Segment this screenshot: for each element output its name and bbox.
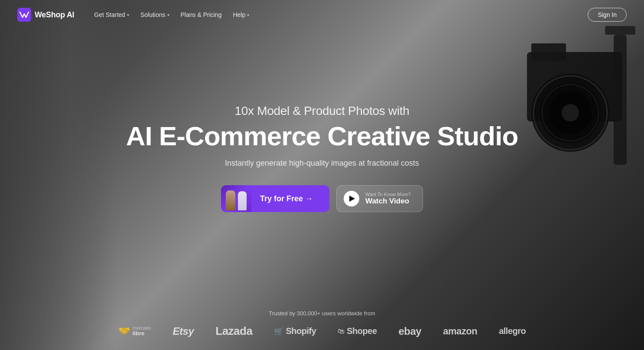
nav-plans-pricing[interactable]: Plans & Pricing	[176, 9, 226, 21]
play-icon	[344, 191, 359, 206]
hero-description: Instantly generate high-quality images a…	[225, 159, 419, 168]
want-to-know-text: Want To Know More?	[365, 192, 411, 197]
logo-icon	[17, 8, 31, 22]
cta-group: Try for Free → Want To Know More? Watch …	[221, 185, 423, 212]
brand-shopify: 🛒 Shopify	[274, 326, 316, 336]
logo[interactable]: WeShop AI	[17, 8, 74, 22]
model-thumbnail	[223, 186, 249, 211]
model-figure-1	[226, 190, 235, 210]
watch-video-label: Watch Video	[365, 197, 409, 206]
sign-in-button[interactable]: Sign In	[588, 8, 627, 22]
chevron-down-icon: ▾	[167, 13, 169, 17]
watch-video-button[interactable]: Want To Know More? Watch Video	[336, 185, 423, 212]
page-wrapper: WeShop AI Get Started ▾ Solutions ▾ Plan…	[0, 0, 644, 350]
play-triangle-icon	[349, 196, 355, 202]
trusted-text: Trusted by 300,000+ users worldwide from	[269, 310, 375, 317]
brand-etsy: Etsy	[173, 325, 194, 337]
brand-amazon: amazon	[443, 326, 477, 337]
brand-mercado-libre: 🤝 mercado libre	[118, 325, 151, 337]
nav-left: WeShop AI Get Started ▾ Solutions ▾ Plan…	[17, 8, 254, 22]
shopee-icon: 🛍	[338, 327, 345, 335]
navbar: WeShop AI Get Started ▾ Solutions ▾ Plan…	[0, 0, 644, 29]
brand-logos: 🤝 mercado libre Etsy Lazada 🛒 Shopify 🛍 …	[118, 324, 526, 338]
hero-title: AI E-Commerce Creative Studio	[126, 121, 518, 151]
hero-subtitle: 10x Model & Product Photos with	[234, 104, 409, 118]
trusted-section: Trusted by 300,000+ users worldwide from…	[0, 300, 644, 350]
brand-lazada: Lazada	[215, 324, 252, 338]
shopify-icon: 🛒	[274, 327, 283, 336]
try-free-label: Try for Free →	[251, 194, 329, 203]
nav-get-started[interactable]: Get Started ▾	[90, 9, 133, 21]
nav-help[interactable]: Help ▾	[228, 9, 254, 21]
chevron-down-icon: ▾	[127, 13, 129, 17]
brand-shopee: 🛍 Shopee	[338, 326, 377, 336]
model-figure-2	[238, 191, 247, 210]
brand-ebay: ebay	[399, 325, 422, 337]
nav-links: Get Started ▾ Solutions ▾ Plans & Pricin…	[90, 9, 254, 21]
button-model-preview	[221, 185, 251, 212]
brand-allegro: allegro	[499, 326, 526, 336]
hero-section: 10x Model & Product Photos with AI E-Com…	[0, 16, 644, 300]
try-for-free-button[interactable]: Try for Free →	[221, 185, 329, 212]
watch-video-text-group: Want To Know More? Watch Video	[365, 192, 411, 206]
brand-name: WeShop AI	[35, 10, 74, 20]
chevron-down-icon: ▾	[247, 13, 249, 17]
nav-solutions[interactable]: Solutions ▾	[136, 9, 174, 21]
mercado-icon: 🤝	[118, 325, 130, 337]
